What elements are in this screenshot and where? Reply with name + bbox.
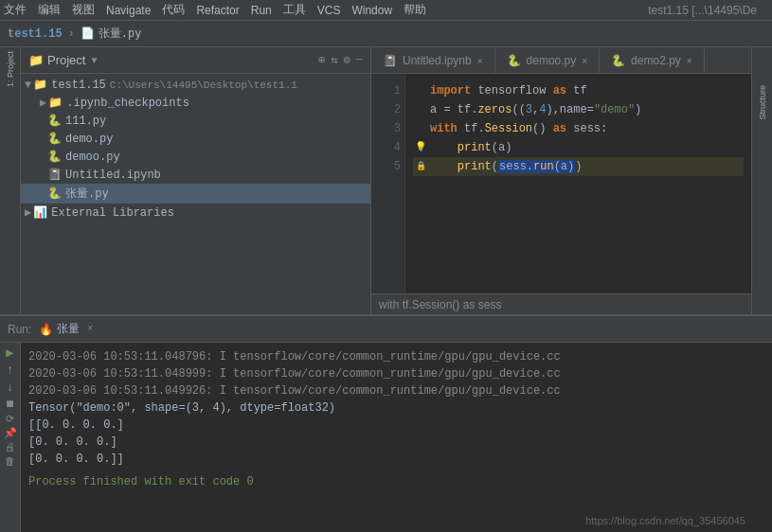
tree-demopy[interactable]: 🐍 demo.py	[21, 130, 370, 148]
menu-window[interactable]: Window	[351, 4, 392, 17]
py-file-icon: 🐍	[47, 186, 62, 201]
tab-untitled-ipynb[interactable]: 📓 Untitled.ipynb ×	[371, 48, 495, 73]
run-panel-header: Run: 🔥 张量 ×	[0, 316, 772, 343]
line-numbers: 1 2 3 4 5	[371, 74, 405, 293]
file-label: demo.py	[65, 133, 113, 146]
tab-close-btn[interactable]: ×	[687, 56, 692, 66]
run-label: Run:	[8, 323, 31, 336]
arrow-right-icon: ▶	[40, 96, 46, 110]
project-panel-header: 📁 Project ▼ ⊕ ⇆ ⚙ —	[21, 47, 370, 74]
tree-untitled-ipynb[interactable]: 📓 Untitled.ipynb	[21, 166, 370, 184]
run-up-btn[interactable]: ↑	[6, 364, 13, 377]
run-tab[interactable]: 🔥 张量	[39, 321, 80, 337]
close-panel-icon[interactable]: —	[356, 53, 363, 67]
run-trash-btn[interactable]: 🗑	[5, 457, 15, 468]
project-header-icons: ⊕ ⇆ ⚙ —	[318, 53, 363, 67]
run-print-btn[interactable]: 🖨	[5, 443, 15, 453]
tab-close-btn[interactable]: ×	[477, 56, 483, 66]
file-label: 111.py	[65, 115, 106, 128]
watermark: https://blog.csdn.net/qq_35456045	[585, 515, 745, 526]
tree-111py[interactable]: 🐍 111.py	[21, 112, 370, 130]
lock-icon: 🔒	[413, 157, 428, 176]
checkpoints-label: .ipynb_checkpoints	[66, 97, 189, 110]
run-down-btn[interactable]: ↓	[6, 381, 13, 394]
run-tab-name: 张量	[57, 321, 80, 337]
content-row: 1: Project 📁 Project ▼ ⊕ ⇆ ⚙ —	[0, 47, 772, 314]
menu-run[interactable]: Run	[251, 4, 272, 17]
editor-tabs: 📓 Untitled.ipynb × 🐍 demoo.py × 🐍 demo2.…	[371, 47, 751, 74]
code-line-2: a = tf.zeros((3,4),name="demo")	[413, 100, 744, 119]
log-line-3: 2020-03-06 10:53:11.049926: I tensorflow…	[28, 382, 764, 399]
tree-ipynb-checkpoints[interactable]: ▶ 📁 .ipynb_checkpoints	[21, 94, 370, 112]
collapse-icon[interactable]: ⇆	[331, 53, 337, 67]
bar-chart-icon: 📊	[33, 205, 47, 220]
tab-demo2py[interactable]: 🐍 demo2.py ×	[600, 48, 705, 73]
code-editor[interactable]: 1 2 3 4 5 import tensorflow as tf a =	[371, 74, 751, 293]
tree-external-libs[interactable]: ▶ 📊 External Libraries	[21, 204, 370, 222]
code-line-1: import tensorflow as tf	[413, 81, 744, 100]
run-stop-btn[interactable]: ■	[6, 398, 13, 411]
menu-edit[interactable]: 编辑	[38, 2, 61, 18]
breadcrumb-separator: ›	[68, 27, 75, 41]
statusline-text: with tf.Session() as sess	[379, 298, 501, 311]
project-panel-title: 📁 Project ▼	[28, 53, 99, 67]
run-close-btn[interactable]: ×	[87, 324, 93, 334]
tree-demoopy[interactable]: 🐍 demoo.py	[21, 148, 370, 166]
matrix-line-1: [[0. 0. 0. 0.]	[28, 417, 764, 434]
tensor-line: Tensor("demo:0", shape=(3, 4), dtype=flo…	[28, 399, 764, 417]
file-label: demoo.py	[65, 151, 120, 164]
run-pin-btn[interactable]: 📌	[4, 429, 17, 439]
locate-icon[interactable]: ⊕	[318, 53, 325, 67]
project-breadcrumb[interactable]: test1.15	[8, 27, 63, 41]
log-line-2: 2020-03-06 10:53:11.048999: I tensorflow…	[28, 365, 764, 382]
run-toolbar: ▶ ↑ ↓ ■ ⟳ 📌 🖨 🗑	[0, 343, 21, 532]
file-label: 张量.py	[65, 186, 109, 202]
root-path: C:\Users\14495\Desktop\test1.1	[110, 80, 297, 91]
bulb-icon[interactable]: 💡	[413, 138, 428, 157]
menu-view[interactable]: 视图	[72, 2, 95, 18]
editor-area: 📓 Untitled.ipynb × 🐍 demoo.py × 🐍 demo2.…	[371, 47, 751, 314]
tree-root[interactable]: ▼ 📁 test1.15 C:\Users\14495\Desktop\test…	[21, 76, 370, 94]
tab-close-btn[interactable]: ×	[582, 56, 587, 66]
log-line-1: 2020-03-06 10:53:11.048796: I tensorflow…	[28, 348, 764, 365]
run-play-btn[interactable]: ▶	[6, 346, 13, 360]
menu-code[interactable]: 代码	[162, 2, 185, 18]
tab-py-icon: 🐍	[611, 54, 625, 67]
right-sidebar: Structure	[751, 47, 772, 314]
menu-navigate[interactable]: Navigate	[106, 4, 151, 17]
code-content[interactable]: import tensorflow as tf a = tf.zeros((3,…	[405, 74, 751, 293]
left-sidebar: 1: Project	[0, 47, 21, 314]
project-panel: 📁 Project ▼ ⊕ ⇆ ⚙ — ▼ 📁 test1.15	[21, 47, 371, 314]
tab-label: demoo.py	[527, 54, 577, 67]
py-file-icon: 🐍	[47, 132, 62, 146]
run-output: 2020-03-06 10:53:11.048796: I tensorflow…	[21, 343, 772, 532]
project-sidebar-toggle[interactable]: 1: Project	[6, 51, 15, 87]
structure-sidebar-toggle[interactable]: Structure	[758, 85, 767, 120]
tab-ipynb-icon: 📓	[383, 54, 397, 67]
root-name: test1.15	[51, 79, 106, 92]
dropdown-icon[interactable]: ▼	[89, 55, 99, 65]
ipynb-file-icon: 📓	[47, 168, 62, 182]
code-line-5: 🔒 print(sess.run(a))	[413, 157, 744, 176]
file-label: Untitled.ipynb	[65, 168, 161, 182]
menu-file[interactable]: 文件	[4, 2, 27, 18]
tree-zhanliang-py[interactable]: 🐍 张量.py	[21, 184, 370, 204]
menu-vcs[interactable]: VCS	[317, 4, 341, 17]
tab-demoopy[interactable]: 🐍 demoo.py ×	[495, 48, 601, 73]
breadcrumb-bar: test1.15 › 📄 张量.py	[0, 21, 772, 47]
run-tab-icon: 🔥	[39, 323, 53, 336]
menu-refactor[interactable]: Refactor	[196, 4, 239, 17]
code-line-3: with tf.Session() as sess:	[413, 119, 744, 138]
tab-label: Untitled.ipynb	[403, 54, 472, 67]
project-tree: ▼ 📁 test1.15 C:\Users\14495\Desktop\test…	[21, 74, 370, 314]
matrix-line-3: [0. 0. 0. 0.]]	[28, 451, 764, 468]
py-file-icon: 🐍	[47, 114, 62, 128]
menu-help[interactable]: 帮助	[404, 2, 426, 18]
settings-icon[interactable]: ⚙	[344, 53, 350, 67]
menu-tools[interactable]: 工具	[283, 2, 306, 18]
breadcrumb-file[interactable]: 张量.py	[99, 26, 142, 42]
bottom-panel: Run: 🔥 张量 × ▶ ↑ ↓ ■ ⟳ 📌 🖨 🗑 2020-03-06 1…	[0, 314, 772, 532]
run-rerun-btn[interactable]: ⟳	[6, 415, 14, 425]
app-window: 文件 编辑 视图 Navigate 代码 Refactor Run 工具 VCS…	[0, 0, 772, 532]
matrix-line-2: [0. 0. 0. 0.]	[28, 434, 764, 451]
